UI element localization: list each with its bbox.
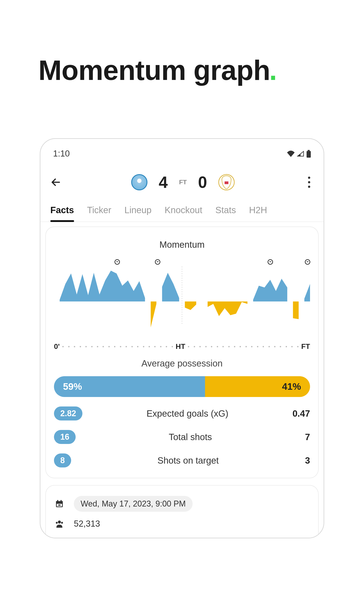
xaxis-end: FT	[301, 342, 310, 351]
svg-rect-0	[307, 151, 311, 157]
tab-lineup[interactable]: Lineup	[124, 205, 152, 221]
status-bar: 1:10	[40, 139, 324, 163]
momentum-chart	[54, 258, 310, 334]
svg-point-12	[56, 522, 58, 523]
home-score: 4	[159, 173, 168, 192]
calendar-icon	[55, 499, 64, 508]
title-accent-dot: .	[269, 54, 277, 86]
wifi-icon	[287, 151, 295, 157]
xaxis-mid: HT	[176, 342, 185, 351]
xaxis-start: 0'	[54, 342, 60, 351]
svg-rect-9	[57, 500, 58, 502]
stat-label: Shots on target	[157, 455, 219, 466]
possession-title: Average possession	[54, 358, 310, 369]
away-team-badge[interactable]	[218, 174, 234, 190]
stat-home-value: 8	[54, 453, 71, 467]
goal-marker-icon	[115, 259, 120, 265]
page-title-row: Momentum graph .	[39, 54, 325, 86]
attendance-value: 52,313	[74, 519, 100, 529]
datetime-chip[interactable]: Wed, May 17, 2023, 9:00 PM	[74, 496, 193, 512]
momentum-svg	[54, 258, 310, 334]
possession-away: 41%	[205, 376, 310, 397]
momentum-xaxis: 0' HT FT	[54, 342, 310, 351]
svg-rect-6	[56, 501, 63, 503]
stat-label: Expected goals (xG)	[146, 409, 228, 419]
tab-knockout[interactable]: Knockout	[165, 205, 202, 221]
svg-point-13	[61, 522, 63, 523]
tabs: FactsTickerLineupKnockoutStatsH2H	[40, 199, 324, 222]
page-title: Momentum graph	[39, 54, 270, 86]
home-team-badge[interactable]	[131, 174, 147, 190]
momentum-card: Momentum 0' HT FT Average possession 59%…	[45, 227, 319, 478]
goal-marker-icon	[268, 259, 273, 265]
possession-home: 59%	[54, 376, 205, 397]
stat-home-value: 2.82	[54, 406, 82, 420]
svg-rect-1	[308, 150, 310, 151]
svg-rect-8	[58, 504, 61, 506]
svg-rect-3	[225, 181, 229, 184]
possession-bar: 59% 41%	[54, 376, 310, 397]
goal-marker-icon	[155, 259, 160, 265]
away-score: 0	[198, 173, 207, 192]
phone-frame: 1:10 4 FT 0 FactsTickerLineupKnockoutSta…	[40, 138, 324, 538]
stat-row: 16Total shots7	[54, 430, 310, 444]
overflow-menu-icon[interactable]	[305, 177, 314, 188]
tab-ticker[interactable]: Ticker	[87, 205, 111, 221]
attendance-row: 52,313	[55, 519, 309, 529]
svg-rect-10	[61, 500, 62, 502]
datetime-row: Wed, May 17, 2023, 9:00 PM	[55, 496, 309, 512]
stat-away-value: 3	[305, 455, 310, 466]
stat-home-value: 16	[54, 430, 76, 444]
match-state: FT	[179, 179, 187, 186]
momentum-title: Momentum	[54, 240, 310, 250]
tab-stats[interactable]: Stats	[215, 205, 236, 221]
goal-marker-icon	[305, 259, 310, 265]
tab-h2h[interactable]: H2H	[249, 205, 267, 221]
svg-point-11	[58, 520, 61, 523]
match-header: 4 FT 0	[40, 163, 324, 199]
stat-away-value: 7	[305, 432, 310, 442]
back-arrow-icon[interactable]	[50, 177, 61, 188]
cellular-icon	[297, 151, 304, 157]
stat-row: 2.82Expected goals (xG)0.47	[54, 406, 310, 420]
attendance-icon	[55, 519, 64, 529]
stat-row: 8Shots on target3	[54, 453, 310, 467]
status-time: 1:10	[53, 149, 70, 158]
stat-away-value: 0.47	[292, 409, 310, 419]
match-info-card: Wed, May 17, 2023, 9:00 PM 52,313	[45, 485, 319, 538]
stat-label: Total shots	[169, 432, 212, 442]
status-icons	[287, 150, 311, 158]
battery-icon	[306, 150, 311, 158]
tab-facts[interactable]: Facts	[50, 205, 74, 221]
